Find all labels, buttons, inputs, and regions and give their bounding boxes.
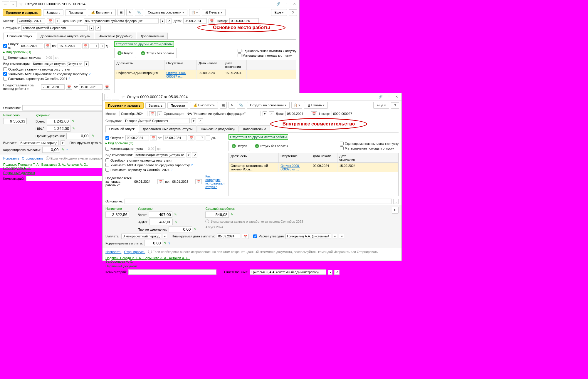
list-icon-button[interactable]: ▤ (220, 102, 227, 109)
tab-accrued[interactable]: Начислено (подробно) (197, 125, 238, 132)
menu-icon[interactable]: ⋮ (386, 94, 392, 99)
pencil-icon[interactable] (174, 220, 177, 224)
table-row[interactable]: Референт /Администрация/ Отпуск 0000-000… (115, 70, 296, 79)
time-type-link[interactable]: ▸ Вид времени (О) (105, 141, 133, 145)
month-stepper[interactable]: ÷ (55, 19, 60, 24)
vac-to-input[interactable] (163, 135, 187, 140)
comment-input[interactable] (128, 269, 216, 275)
approved-open[interactable]: ↗ (339, 234, 344, 239)
period-from-input[interactable] (133, 179, 156, 184)
org-open[interactable]: ↗ (269, 111, 274, 116)
vac-to-cal[interactable]: 📅 (188, 135, 194, 140)
row-absence-link[interactable]: Отпуск 0000-000027 о... (166, 71, 186, 78)
more-button[interactable]: Еще (373, 102, 389, 109)
pencil-icon[interactable] (92, 134, 94, 138)
create-based-button[interactable]: Создать на основании (145, 9, 187, 16)
info-icon[interactable]: ⓘ (148, 249, 152, 254)
tab-accrued[interactable]: Начислено (подробно) (95, 33, 136, 39)
period-from-cal[interactable]: 📅 (157, 179, 164, 184)
compensation-checkbox[interactable] (3, 56, 7, 60)
add-vacation-button[interactable]: +Отпуск (114, 48, 136, 58)
tab-extra[interactable]: Дополнительно (239, 125, 270, 132)
post-close-button[interactable]: Провести и закрыть (3, 9, 41, 16)
forward-button[interactable]: → (10, 1, 17, 7)
total-input[interactable] (47, 118, 70, 124)
print-button[interactable]: 🖨 Печать (202, 9, 226, 16)
vac-from-cal[interactable]: 📅 (150, 135, 157, 140)
list-icon-button[interactable]: ▤ (117, 9, 125, 16)
pencil-icon[interactable] (72, 127, 75, 130)
org-open[interactable]: ↗ (167, 19, 172, 24)
date-input[interactable] (183, 18, 207, 24)
vac-from-cal[interactable]: 📅 (44, 43, 51, 48)
accrued-input[interactable] (3, 118, 27, 124)
storno-link[interactable]: Сторнировать (124, 250, 145, 254)
period-from-cal[interactable]: 📅 (66, 85, 72, 90)
ndfl-input[interactable] (149, 219, 173, 225)
back-button[interactable]: ← (2, 1, 9, 7)
avg-input[interactable] (205, 212, 229, 218)
vac-to-input[interactable] (58, 43, 81, 48)
reason-input[interactable] (125, 199, 391, 204)
back-button[interactable]: ← (104, 94, 111, 100)
close-icon[interactable]: ✕ (394, 94, 400, 99)
free-rate-checkbox[interactable] (105, 158, 109, 162)
month-calendar-button[interactable]: 📅 (149, 111, 156, 116)
resp-open[interactable]: ↗ (334, 270, 340, 275)
pencil-icon[interactable] (62, 148, 64, 152)
link-icon[interactable]: 🔗 (377, 94, 384, 99)
help-icon[interactable]: ? (66, 148, 68, 152)
fix-link[interactable]: Исправить (3, 157, 19, 160)
calc-salary-checkbox[interactable] (3, 77, 7, 81)
other-input[interactable] (169, 226, 192, 232)
accrued-input[interactable] (105, 212, 129, 218)
pencil-icon[interactable] (164, 241, 167, 245)
material-checkbox[interactable] (238, 53, 241, 57)
month-input[interactable] (120, 111, 147, 116)
month-calendar-button[interactable]: 📅 (47, 19, 53, 24)
help-icon[interactable]: ? (68, 77, 70, 81)
pencil-icon[interactable] (231, 213, 233, 217)
approved-input[interactable] (285, 234, 331, 239)
pen-icon-button[interactable]: ✎ (229, 102, 235, 109)
add-vacation-button[interactable]: +Отпуск (229, 141, 250, 151)
post-button[interactable]: Провести (167, 102, 188, 109)
planned-cal[interactable]: 📅 (242, 234, 248, 239)
planned-input[interactable] (217, 234, 240, 239)
org-input[interactable] (84, 18, 159, 24)
tab-additional[interactable]: Дополнительные отпуска, отгулы (139, 125, 196, 132)
help-button[interactable]: ? (391, 102, 399, 109)
emp-dropdown[interactable]: ▾ (89, 26, 94, 31)
total-input[interactable] (149, 212, 172, 218)
star-icon[interactable]: ☆ (121, 95, 125, 99)
resp-dd[interactable]: ▾ (328, 270, 332, 275)
attach-icon-button[interactable]: 📎 (237, 102, 245, 109)
comp-type-input[interactable] (134, 152, 185, 157)
period-to-cal[interactable]: 📅 (195, 179, 202, 184)
payout-input[interactable] (19, 140, 59, 145)
vac-from-input[interactable] (125, 135, 149, 140)
print-button[interactable]: 🖨 Печать (304, 102, 328, 109)
corr-input[interactable] (42, 147, 60, 153)
days-stepper[interactable]: ÷ (100, 43, 105, 48)
star-icon[interactable]: ☆ (19, 2, 23, 6)
storno-link[interactable]: Сторнировать (22, 157, 43, 160)
primary-doc-link[interactable]: Первичный документ (105, 264, 137, 268)
signatures-link2[interactable]: Безбородова А. С. (3, 166, 31, 170)
usage-link[interactable]: Как сотрудник использовал отпуск? (205, 175, 224, 189)
add-unpaid-button[interactable]: +Отпуск без оплаты (252, 141, 291, 151)
info-icon[interactable]: ⓘ (205, 219, 209, 224)
period-to-input[interactable] (79, 84, 103, 90)
emp-input[interactable] (21, 25, 88, 31)
comp-type-dd[interactable]: ▾ (84, 61, 89, 66)
ndfl-input[interactable] (47, 125, 70, 132)
tab-additional[interactable]: Дополнительные отпуска, отгулы (37, 33, 94, 39)
help-button[interactable]: ? (289, 9, 297, 16)
num-input[interactable] (332, 111, 361, 116)
corr-input[interactable] (145, 240, 162, 246)
days-input[interactable] (90, 43, 99, 48)
help-icon[interactable]: ? (191, 163, 193, 167)
num-input[interactable] (229, 18, 259, 24)
org-dropdown[interactable]: ▾ (263, 111, 267, 116)
other-input[interactable] (66, 133, 90, 139)
